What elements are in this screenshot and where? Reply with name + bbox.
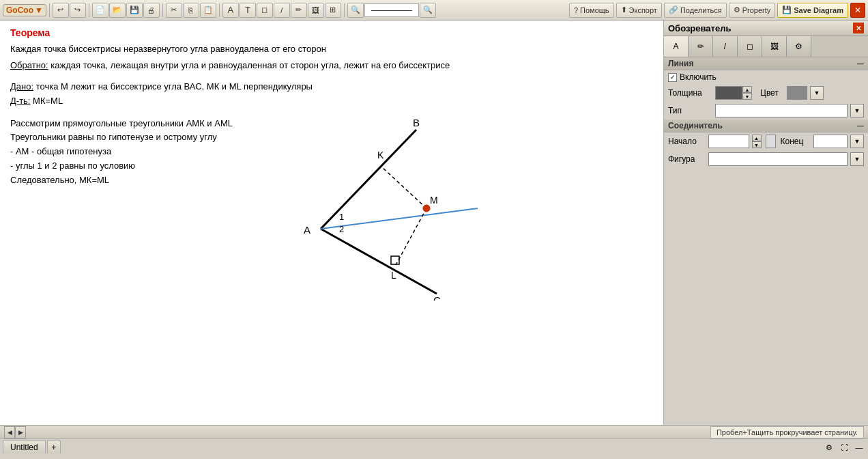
image-button[interactable]: 🖼 xyxy=(308,3,324,18)
window-close-button[interactable]: ✕ xyxy=(850,3,865,18)
line-MK xyxy=(382,167,426,208)
tab-text[interactable]: A xyxy=(664,36,689,57)
pencil-button[interactable]: ✏ xyxy=(291,3,307,18)
tab-untitled[interactable]: Untitled xyxy=(3,440,46,454)
separator-1 xyxy=(49,3,50,17)
tab-line[interactable]: / xyxy=(713,36,738,57)
right-angle-L xyxy=(391,256,399,264)
panel-close-button[interactable]: ✕ xyxy=(853,23,864,33)
canvas-area[interactable]: Теорема Каждая точка биссектрисы неразве… xyxy=(0,20,663,425)
section-line-label: Линия xyxy=(668,59,693,68)
label-angle1: 1 xyxy=(339,212,344,222)
figure-label: Фигура xyxy=(668,154,706,164)
save-diagram-icon: 💾 xyxy=(782,5,792,14)
start-spin-up[interactable]: ▲ xyxy=(752,135,762,141)
start-input[interactable] xyxy=(708,135,749,148)
end-input[interactable] xyxy=(813,135,848,148)
zoom-out-button[interactable]: 🔍 xyxy=(420,3,436,18)
scroll-left-button[interactable]: ◀ xyxy=(4,426,15,439)
redo-button[interactable]: ↪ xyxy=(70,3,86,18)
save-diagram-button[interactable]: 💾 Save Diagram xyxy=(777,3,848,18)
share-icon: 🔗 xyxy=(669,5,678,14)
tab-gear[interactable]: ⚙ xyxy=(787,36,811,57)
toolbar: GoCoo ▼ ↩ ↪ 📄 📂 💾 🖨 ✂ ⎘ 📋 A T ◻ / ✏ 🖼 ⊞ … xyxy=(0,0,868,20)
export-icon: ⬆ xyxy=(621,5,627,14)
theorem-reverse: Обратно: каждая точка, лежащая внутри уг… xyxy=(10,59,653,72)
prove-label: Д-ть: xyxy=(10,96,30,106)
theorem-text-2: каждая точка, лежащая внутри угла и равн… xyxy=(48,60,450,70)
scroll-right-button[interactable]: ▶ xyxy=(15,426,26,439)
start-spin: ▲ ▼ xyxy=(752,135,762,148)
zoom-slider[interactable]: —————— xyxy=(364,3,419,17)
right-actions: ? Помощь ⬆ Экспорт 🔗 Поделиться ⚙ Proper… xyxy=(569,3,865,18)
print-button[interactable]: 🖨 xyxy=(143,3,160,18)
text-button[interactable]: T xyxy=(240,3,256,18)
spin-up-button[interactable]: ▲ xyxy=(742,86,752,93)
start-label: Начало xyxy=(668,137,706,146)
tab-image[interactable]: 🖼 xyxy=(762,36,787,57)
end-dropdown-button[interactable]: ▼ xyxy=(850,135,864,148)
color-preview xyxy=(787,86,807,100)
label-K: K xyxy=(377,150,384,161)
tab-add-button[interactable]: + xyxy=(47,440,61,454)
figure-row: Фигура ▼ xyxy=(664,150,868,168)
spin-down-button[interactable]: ▼ xyxy=(742,93,752,100)
paste-button[interactable]: 📋 xyxy=(200,3,216,18)
export-label: Экспорт xyxy=(629,6,657,14)
collapse-connector-button[interactable]: — xyxy=(857,122,864,130)
open-button[interactable]: 📂 xyxy=(109,3,126,18)
file-group: 📄 📂 💾 🖨 xyxy=(92,3,160,18)
property-button[interactable]: ⚙ Property xyxy=(729,3,776,18)
save-button[interactable]: 💾 xyxy=(126,3,143,18)
collapse-line-button[interactable]: — xyxy=(857,60,864,68)
main-area: Теорема Каждая точка биссектрисы неразве… xyxy=(0,20,868,425)
help-button[interactable]: ? Помощь xyxy=(569,3,614,18)
select-button[interactable]: A xyxy=(222,3,239,18)
start-spin-down[interactable]: ▼ xyxy=(752,141,762,148)
export-button[interactable]: ⬆ Экспорт xyxy=(616,3,662,18)
tab-pencil[interactable]: ✏ xyxy=(689,36,713,57)
separator-3 xyxy=(162,3,163,17)
label-C: C xyxy=(433,294,441,301)
tab-fullscreen-button[interactable]: ⛶ xyxy=(838,441,850,454)
logo-button[interactable]: GoCoo ▼ xyxy=(3,4,46,16)
help-icon: ? xyxy=(574,6,578,14)
status-hint: Пробел+Тащить прокручивает страницу. xyxy=(710,426,864,439)
tab-label: Untitled xyxy=(10,443,38,452)
type-dropdown-button[interactable]: ▼ xyxy=(850,104,864,117)
zoom-group: 🔍 —————— 🔍 xyxy=(347,3,436,18)
enable-checkbox[interactable]: ✓ xyxy=(668,73,677,82)
color-picker-button[interactable]: ▼ xyxy=(810,86,824,100)
shape-button[interactable]: ◻ xyxy=(257,3,273,18)
diagram-svg: B C A K L M xyxy=(266,109,525,301)
figure-input[interactable] xyxy=(708,152,848,166)
copy-button[interactable]: ⎘ xyxy=(183,3,199,18)
tab-minimize-button[interactable]: — xyxy=(853,441,865,454)
tab-settings-button[interactable]: ⚙ xyxy=(823,441,835,454)
section-connector-label: Соединитель xyxy=(668,121,723,130)
zoom-in-button[interactable]: 🔍 xyxy=(347,3,364,18)
start-spacer xyxy=(766,135,777,148)
cut-button[interactable]: ✂ xyxy=(166,3,182,18)
new-button[interactable]: 📄 xyxy=(92,3,108,18)
share-label: Поделиться xyxy=(680,6,722,14)
share-button[interactable]: 🔗 Поделиться xyxy=(664,3,727,18)
table-button[interactable]: ⊞ xyxy=(325,3,341,18)
undo-button[interactable]: ↩ xyxy=(53,3,69,18)
color-label: Цвет xyxy=(760,88,784,98)
type-input[interactable] xyxy=(715,104,848,117)
figure-dropdown-button[interactable]: ▼ xyxy=(850,152,864,166)
save-diagram-label: Save Diagram xyxy=(794,6,843,14)
tab-shape[interactable]: ◻ xyxy=(738,36,762,57)
edit-group: ✂ ⎘ 📋 xyxy=(166,3,216,18)
enable-row: ✓ Включить xyxy=(664,70,868,84)
property-label: Property xyxy=(742,6,771,14)
theorem-text-1: Каждая точка биссектрисы неразвернутого … xyxy=(10,42,653,56)
label-A: A xyxy=(304,224,310,236)
separator-2 xyxy=(89,3,89,17)
tab-bar-right: ⚙ ⛶ — xyxy=(823,441,865,454)
prove-row: Д-ть: МК=ML xyxy=(10,94,653,109)
start-row: Начало ▲ ▼ Конец ▼ xyxy=(664,133,868,150)
line-button[interactable]: / xyxy=(274,3,290,18)
label-angle2: 2 xyxy=(339,224,344,234)
